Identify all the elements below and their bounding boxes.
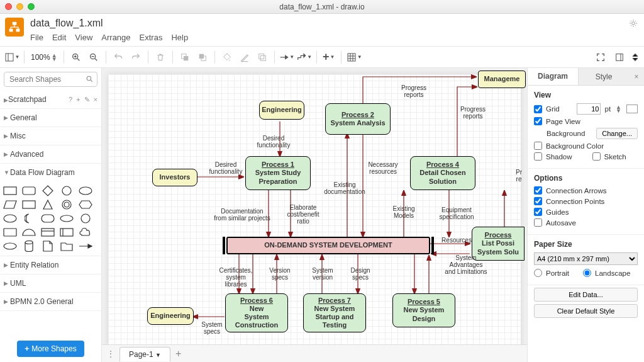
shape-roundrect2[interactable] (40, 213, 55, 224)
view-mode-button[interactable]: ▼ (4, 49, 20, 65)
to-back-button[interactable] (194, 49, 211, 65)
shape-circle[interactable] (59, 185, 74, 196)
shadow-button[interactable] (254, 49, 270, 65)
cat-bpmn[interactable]: BPMN 2.0 General (10, 297, 74, 306)
shape-cloud[interactable] (78, 227, 93, 238)
table-button[interactable]: ▼ (345, 49, 364, 65)
node-process-5[interactable]: Process 5New SystemDesign (392, 293, 455, 327)
grid-size-input[interactable] (577, 103, 601, 115)
undo-button[interactable] (110, 49, 126, 65)
shape-hexagon[interactable] (78, 199, 93, 210)
to-front-button[interactable] (177, 49, 193, 65)
cat-entity[interactable]: Entity Relation (10, 261, 58, 269)
shape-doublecircle[interactable] (59, 199, 74, 210)
add-icon[interactable]: + (76, 96, 80, 104)
cat-scratchpad[interactable]: Scratchpad (8, 95, 47, 104)
cat-dfd[interactable]: Data Flow Diagram (10, 168, 75, 177)
node-center[interactable]: ON-DEMAND SYSTEM DEVELOPMENT (226, 237, 430, 254)
cat-general[interactable]: General (10, 113, 37, 122)
window-zoom[interactable] (28, 3, 35, 10)
menu-file[interactable]: File (30, 33, 43, 42)
fill-color-button[interactable] (219, 49, 235, 65)
menu-help[interactable]: Help (171, 33, 188, 42)
portrait-radio[interactable] (534, 269, 542, 277)
shape-doublerect[interactable] (40, 227, 55, 238)
shape-ellipse3[interactable] (59, 213, 74, 224)
tab-style[interactable]: Style (578, 68, 629, 85)
window-close[interactable] (5, 3, 12, 10)
close-icon[interactable]: × (94, 96, 97, 104)
node-investors[interactable]: Investors (152, 169, 197, 186)
background-change-button[interactable]: Change... (596, 128, 638, 139)
page-tab-1[interactable]: Page-1 ▼ (119, 347, 170, 361)
shape-roundrect[interactable] (21, 185, 36, 196)
guides-checkbox[interactable] (534, 208, 542, 216)
node-process-7[interactable]: Process 7New SystemStartup andTesting (303, 293, 366, 332)
shape-diamond[interactable] (40, 185, 55, 196)
diagram-canvas[interactable]: Engineering Investors Process 1System St… (102, 68, 527, 362)
cat-uml[interactable]: UML (10, 279, 26, 288)
edit-data-button[interactable]: Edit Data... (534, 288, 638, 302)
delete-button[interactable] (152, 49, 169, 65)
menu-view[interactable]: View (75, 33, 92, 42)
shadow-checkbox[interactable] (534, 152, 542, 161)
landscape-radio[interactable] (583, 269, 591, 277)
node-engineering-2[interactable]: Engineering (147, 307, 194, 325)
shape-rect[interactable] (3, 185, 18, 196)
menu-arrange[interactable]: Arrange (101, 33, 130, 42)
shape-parallelogram[interactable] (3, 199, 18, 210)
fullscreen-button[interactable] (592, 49, 609, 65)
shape-ellipse4[interactable] (3, 240, 18, 252)
collapse-button[interactable] (630, 49, 640, 65)
sketch-checkbox[interactable] (592, 152, 601, 161)
grid-color-swatch[interactable] (626, 105, 638, 113)
shape-ellipse[interactable] (78, 185, 93, 196)
add-page-button[interactable]: + (175, 348, 181, 359)
file-name[interactable]: data_flow_1.xml (30, 18, 188, 29)
shape-crescent[interactable] (21, 213, 36, 224)
more-shapes-button[interactable]: +More Shapes (17, 341, 84, 357)
panel-close-button[interactable]: × (629, 68, 644, 85)
redo-button[interactable] (128, 49, 144, 65)
pageview-checkbox[interactable] (534, 117, 542, 125)
pages-menu-icon[interactable]: ⋮ (107, 349, 114, 358)
zoom-in-button[interactable] (68, 49, 84, 65)
shape-cylinder[interactable] (21, 240, 36, 252)
help-icon[interactable]: ? (69, 96, 72, 104)
shape-rectangle2[interactable] (21, 199, 36, 210)
menu-edit[interactable]: Edit (52, 33, 66, 42)
node-process-2[interactable]: Process 2System Analysis (325, 103, 391, 135)
shape-halfcircle[interactable] (21, 227, 36, 238)
shape-ellipse2[interactable] (3, 213, 18, 224)
zoom-out-button[interactable] (86, 49, 102, 65)
shape-note[interactable] (40, 240, 55, 252)
format-panel-button[interactable] (611, 49, 628, 65)
tab-diagram[interactable]: Diagram (528, 68, 578, 85)
shape-arrow[interactable] (78, 240, 93, 252)
clear-style-button[interactable]: Clear Default Style (534, 304, 638, 318)
node-process-1[interactable]: Process 1System Study Preparation (245, 156, 311, 190)
menu-extras[interactable]: Extras (140, 33, 163, 42)
conn-arrows-checkbox[interactable] (534, 186, 542, 195)
grid-checkbox[interactable] (534, 105, 542, 113)
shape-circle2[interactable] (78, 213, 93, 224)
shape-triangle[interactable] (40, 199, 55, 210)
connection-button[interactable]: ▼ (279, 49, 295, 65)
search-shapes-input[interactable] (4, 72, 97, 87)
shape-folder[interactable] (59, 240, 74, 252)
cat-misc[interactable]: Misc (10, 132, 26, 140)
node-management[interactable]: Manageme (478, 71, 526, 88)
window-minimize[interactable] (16, 3, 23, 10)
paper-size-select[interactable]: A4 (210 mm x 297 mm) (534, 252, 638, 265)
node-process-6[interactable]: Process 6NewSystemConstruction (225, 293, 288, 332)
autosave-checkbox[interactable] (534, 218, 542, 227)
cat-advanced[interactable]: Advanced (10, 150, 43, 159)
edit-icon[interactable]: ✎ (84, 96, 90, 104)
shape-openrect[interactable] (3, 227, 18, 238)
zoom-level[interactable]: 100%▲▼ (28, 52, 60, 63)
conn-points-checkbox[interactable] (534, 197, 542, 205)
node-process-4[interactable]: Process 4Detail Chosen Solution (410, 156, 475, 190)
line-color-button[interactable] (236, 49, 253, 65)
bgcolor-checkbox[interactable] (534, 142, 542, 150)
insert-button[interactable]: +▼ (321, 49, 337, 65)
